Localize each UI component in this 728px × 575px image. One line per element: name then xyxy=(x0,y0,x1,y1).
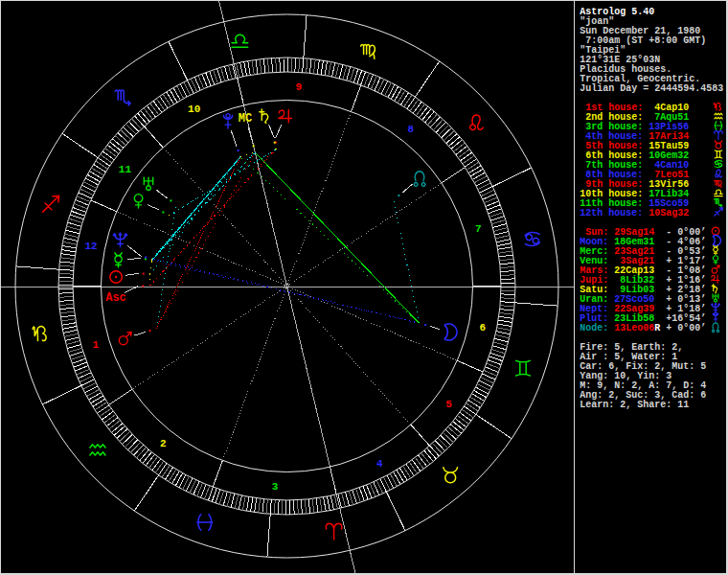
svg-text:3: 3 xyxy=(272,481,279,493)
svg-text:5: 5 xyxy=(445,399,452,410)
svg-text:6: 6 xyxy=(480,322,487,334)
svg-text:4: 4 xyxy=(376,458,383,470)
svg-text:12th house:: 12th house: xyxy=(580,208,643,218)
svg-text:MC: MC xyxy=(239,112,252,126)
svg-text:2: 2 xyxy=(160,438,167,449)
svg-text:11: 11 xyxy=(119,164,132,175)
svg-text:Asc: Asc xyxy=(105,291,126,305)
svg-text:Julian Day = 2444594.4583: Julian Day = 2444594.4583 xyxy=(580,83,723,94)
svg-text:1: 1 xyxy=(92,339,99,351)
svg-text:10: 10 xyxy=(188,104,200,115)
svg-text:13Leo06: 13Leo06 xyxy=(614,323,654,334)
svg-text:R: R xyxy=(654,323,660,334)
svg-text:10Sag32: 10Sag32 xyxy=(648,208,689,218)
svg-text:9: 9 xyxy=(296,81,303,93)
svg-text:12: 12 xyxy=(84,241,97,252)
svg-text:8: 8 xyxy=(407,124,414,135)
svg-text:Node:: Node: xyxy=(580,323,608,334)
svg-text:7: 7 xyxy=(475,223,482,235)
svg-text:Learn: 2, Share: 11: Learn: 2, Share: 11 xyxy=(580,400,689,410)
svg-text:+ 0°00’: + 0°00’ xyxy=(666,323,706,334)
